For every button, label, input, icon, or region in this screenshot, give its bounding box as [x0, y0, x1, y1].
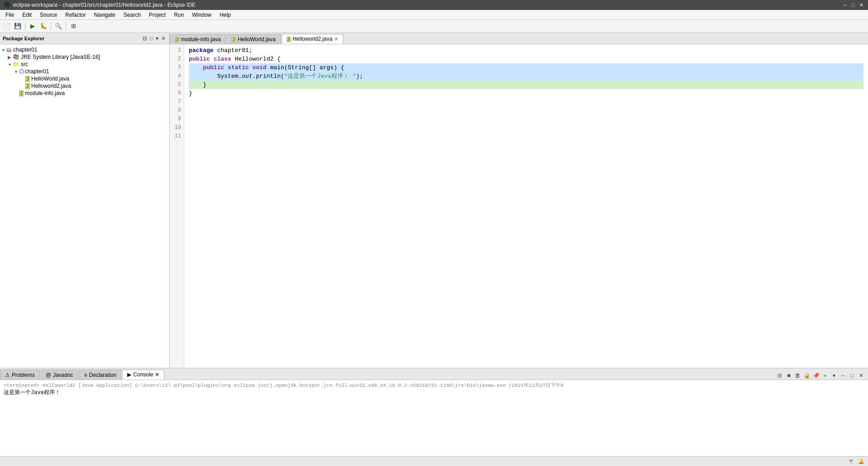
- close-window-button[interactable]: ✕: [858, 2, 864, 8]
- console-output-text: 这是第一个Java程序！: [4, 389, 864, 396]
- menu-item-project[interactable]: Project: [145, 11, 169, 19]
- toolbar-perspective-button[interactable]: ⊞: [68, 21, 78, 31]
- bottom-tabs: ⚠ Problems@ Javadoc≡ Declaration▶ Consol…: [0, 368, 868, 380]
- toolbar-search-button[interactable]: 🔍: [53, 21, 63, 31]
- line-num-2: 2: [172, 55, 181, 63]
- code-editor[interactable]: 1234567891011 package chapter01;public c…: [170, 44, 868, 368]
- menu-item-window[interactable]: Window: [188, 11, 215, 19]
- line-num-8: 8: [172, 106, 181, 115]
- statusbar: ☕ 🔔: [0, 456, 868, 466]
- editor-tab-moduleinfo[interactable]: Jmodule-info.java: [170, 34, 225, 44]
- titlebar-title: eclipse-workspace - chapter01/src/chapte…: [13, 2, 196, 8]
- toolbar-debug-button[interactable]: 🐛: [38, 21, 48, 31]
- arrow-chapter01[interactable]: ▾: [0, 48, 6, 52]
- line-num-6: 6: [172, 89, 181, 98]
- console-output[interactable]: <terminated> Helloworld2 [Java Applicati…: [0, 380, 868, 456]
- pe-tree: ▾🗂chapter01▶📚JRE System Library [JavaSE-…: [0, 44, 169, 368]
- code-lines[interactable]: package chapter01;public class Helloworl…: [184, 44, 868, 368]
- line-num-3: 3: [172, 63, 181, 72]
- toolbar-new-button[interactable]: 📄: [2, 21, 12, 31]
- bottom-tab-icon-declaration: ≡: [84, 372, 87, 378]
- arrow-jre[interactable]: ▶: [6, 55, 13, 60]
- arrow-chapter01pkg[interactable]: ▾: [13, 69, 19, 74]
- pe-title: Package Explorer: [3, 36, 44, 41]
- statusbar-notification-icon[interactable]: 🔔: [858, 458, 864, 464]
- editor-tab-helloworld[interactable]: JHelloWorld.java: [226, 34, 280, 44]
- line-num-11: 11: [172, 132, 181, 141]
- menu-item-edit[interactable]: Edit: [19, 11, 35, 19]
- tree-item-HelloWorld[interactable]: JHelloWorld.java: [0, 75, 169, 82]
- bottom-tab-javadoc[interactable]: @ Javadoc: [41, 370, 78, 380]
- tab-icon-moduleinfo: J: [175, 37, 179, 42]
- tab-icon-helloworld2: J: [287, 36, 291, 42]
- tab-close-helloworld2[interactable]: ✕: [334, 36, 338, 42]
- menu-item-navigate[interactable]: Navigate: [90, 11, 119, 19]
- eclipse-icon: 🌑: [4, 2, 10, 8]
- bottom-tab-icon-javadoc: @: [46, 372, 51, 378]
- label-chapter01pkg: chapter01: [25, 68, 49, 75]
- editor-area: Jmodule-info.javaJHelloWorld.javaJHellow…: [170, 33, 868, 368]
- bottom-tab-close-console[interactable]: ✕: [155, 371, 159, 378]
- toolbar-sep-1: [25, 22, 25, 30]
- label-src: src: [21, 61, 28, 67]
- minimize-button[interactable]: ─: [842, 2, 848, 8]
- tree-item-moduleinfo[interactable]: Jmodule-info.java: [0, 90, 169, 97]
- bottom-tab-declaration[interactable]: ≡ Declaration: [79, 370, 122, 380]
- code-content: 1234567891011 package chapter01;public c…: [170, 44, 868, 368]
- menu-item-help[interactable]: Help: [216, 11, 235, 19]
- pe-maximize-icon[interactable]: □: [149, 35, 154, 42]
- console-stop-icon[interactable]: ■: [785, 371, 793, 380]
- maximize-button[interactable]: □: [850, 2, 856, 8]
- menu-item-source[interactable]: Source: [36, 11, 61, 19]
- pe-close-icon[interactable]: ✕: [160, 35, 167, 42]
- code-line-6: System.out.println("这是第一个Java程序！ ");: [189, 72, 863, 81]
- package-explorer: Package Explorer ⊟ □ ▾ ✕ ▾🗂chapter01▶📚JR…: [0, 33, 170, 368]
- bottom-minimize-icon[interactable]: ─: [839, 371, 847, 380]
- icon-chapter01pkg: ⬡: [19, 68, 24, 75]
- tab-label-moduleinfo: module-info.java: [181, 36, 221, 43]
- pe-minimize-icon[interactable]: ⊟: [142, 35, 148, 42]
- console-scroll-lock-icon[interactable]: 🔒: [803, 371, 811, 380]
- bottom-tab-label-problems: Problems: [12, 372, 35, 378]
- line-num-10: 10: [172, 124, 181, 132]
- bottom-tab-problems[interactable]: ⚠ Problems: [0, 370, 40, 380]
- arrow-src[interactable]: ▾: [6, 62, 13, 67]
- titlebar: 🌑 eclipse-workspace - chapter01/src/chap…: [0, 0, 868, 10]
- console-settings-icon[interactable]: ▾: [830, 371, 838, 380]
- menu-item-file[interactable]: File: [2, 11, 18, 19]
- tree-item-chapter01pkg[interactable]: ▾⬡chapter01: [0, 68, 169, 75]
- menu-item-run[interactable]: Run: [170, 11, 187, 19]
- menu-item-search[interactable]: Search: [120, 11, 144, 19]
- line-num-1: 1: [172, 46, 181, 55]
- bottom-tab-console[interactable]: ▶ Console ✕: [122, 370, 164, 380]
- tree-item-chapter01[interactable]: ▾🗂chapter01: [0, 46, 169, 53]
- pe-header: Package Explorer ⊟ □ ▾ ✕: [0, 33, 169, 44]
- tree-item-jre[interactable]: ▶📚JRE System Library [JavaSE-16]: [0, 53, 169, 61]
- console-clear-icon[interactable]: 🗑: [794, 371, 802, 380]
- menu-item-refactor[interactable]: Refactor: [62, 11, 89, 19]
- bottom-maximize-icon[interactable]: □: [848, 371, 856, 380]
- bottom-tab-icon-problems: ⚠: [5, 372, 10, 378]
- bottom-tab-icon-console: ▶: [127, 371, 131, 378]
- toolbar-sep-2: [51, 22, 51, 30]
- toolbar-run-button[interactable]: ▶: [28, 21, 38, 31]
- bottom-close-icon[interactable]: ✕: [857, 371, 865, 380]
- console-new-icon[interactable]: ＋: [821, 371, 829, 380]
- console-minimize-icon[interactable]: ⊟: [776, 371, 784, 380]
- label-Helloworld2: Helloworld2.java: [31, 83, 71, 89]
- tree-item-Helloworld2[interactable]: JHelloworld2.java: [0, 82, 169, 90]
- toolbar-save-button[interactable]: 💾: [13, 21, 23, 31]
- icon-chapter01: 🗂: [6, 47, 12, 53]
- label-HelloWorld: HelloWorld.java: [31, 76, 69, 82]
- pe-settings-icon[interactable]: ▾: [155, 35, 159, 42]
- icon-Helloworld2: J: [25, 83, 30, 89]
- editor-tab-helloworld2[interactable]: JHelloworld2.java✕: [282, 34, 343, 44]
- line-numbers: 1234567891011: [170, 44, 184, 368]
- toolbar-sep-3: [66, 22, 66, 30]
- tree-item-src[interactable]: ▾📁src: [0, 61, 169, 68]
- bottom-panel: ⚠ Problems@ Javadoc≡ Declaration▶ Consol…: [0, 368, 868, 456]
- label-moduleinfo: module-info.java: [25, 90, 65, 96]
- console-terminated-line: <terminated> Helloworld2 [Java Applicati…: [4, 382, 864, 389]
- line-num-5: 5: [172, 81, 181, 89]
- console-pin-icon[interactable]: 📌: [812, 371, 820, 380]
